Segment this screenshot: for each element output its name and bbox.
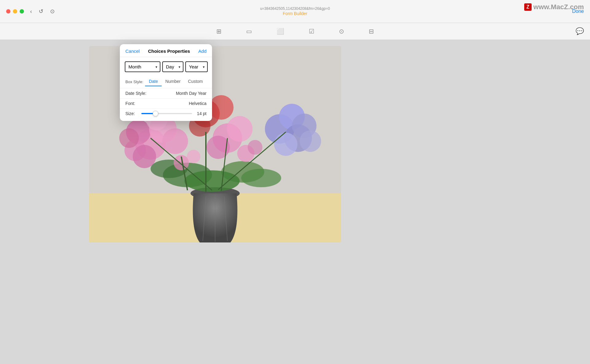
tab-date[interactable]: Date bbox=[145, 77, 162, 86]
macZ-logo: Z www.MacZ.com bbox=[524, 3, 584, 11]
font-label: Font: bbox=[125, 101, 135, 106]
add-button[interactable]: Add bbox=[198, 48, 206, 54]
macZ-z-letter: Z bbox=[524, 3, 532, 11]
svg-point-11 bbox=[162, 128, 188, 154]
title-bar: ‹ ↺ ⊙ u=3843642505,1142304208&fm=26&gp=0… bbox=[0, 0, 590, 23]
svg-point-35 bbox=[248, 140, 262, 155]
month-dropdown-wrapper: Month JanuaryFebruaryMarch AprilMayJune … bbox=[125, 61, 160, 72]
traffic-lights bbox=[6, 9, 24, 14]
svg-point-14 bbox=[119, 128, 139, 148]
slider-thumb[interactable] bbox=[153, 111, 158, 116]
date-style-row: Date Style: Month Day Year bbox=[120, 88, 212, 98]
font-value: Helvetica bbox=[189, 101, 206, 106]
title-bar-left: ‹ ↺ ⊙ bbox=[6, 7, 57, 16]
date-dropdowns: Month JanuaryFebruaryMarch AprilMayJune … bbox=[120, 57, 212, 75]
day-dropdown-wrapper: Day ▼ bbox=[162, 61, 183, 72]
date-style-value: Month Day Year bbox=[176, 91, 206, 96]
monitor-icon[interactable]: ⊟ bbox=[369, 28, 374, 35]
svg-point-30 bbox=[227, 116, 253, 142]
month-dropdown[interactable]: Month JanuaryFebruaryMarch AprilMayJune … bbox=[125, 61, 160, 72]
macZ-domain: www.MacZ.com bbox=[533, 3, 584, 11]
tab-custom[interactable]: Custom bbox=[184, 77, 206, 86]
url-text: u=3843642505,1142304208&fm=26&gp=0 bbox=[260, 6, 330, 11]
choices-properties-dialog: Cancel Choices Properties Add Month Janu… bbox=[120, 44, 212, 121]
font-row: Font: Helvetica bbox=[120, 98, 212, 108]
year-dropdown-wrapper: Year ▼ bbox=[185, 61, 208, 72]
size-value: 14 pt bbox=[196, 111, 206, 116]
size-row: Size: 14 pt bbox=[120, 108, 212, 121]
svg-point-24 bbox=[241, 169, 281, 187]
svg-point-33 bbox=[187, 150, 200, 163]
dialog-header: Cancel Choices Properties Add bbox=[120, 44, 212, 57]
tab-number[interactable]: Number bbox=[162, 77, 184, 86]
back-button[interactable]: ‹ bbox=[28, 7, 34, 16]
svg-point-27 bbox=[209, 95, 234, 120]
nav-buttons: ‹ ↺ ⊙ bbox=[28, 7, 57, 16]
checkbox-icon[interactable]: ☑ bbox=[309, 28, 314, 35]
date-style-label: Date Style: bbox=[125, 91, 146, 96]
slider-track bbox=[141, 113, 192, 114]
app-title: Form Builder bbox=[283, 11, 307, 16]
minimize-button[interactable] bbox=[13, 9, 17, 14]
svg-point-20 bbox=[300, 130, 321, 152]
grid-icon[interactable]: ⊞ bbox=[216, 28, 222, 35]
target-button[interactable]: ⊙ bbox=[48, 7, 57, 16]
close-button[interactable] bbox=[6, 9, 10, 14]
size-slider-container bbox=[141, 113, 192, 114]
box-style-label: Box Style: bbox=[125, 79, 144, 84]
svg-point-18 bbox=[274, 133, 297, 156]
toolbar: ⊞ ▭ ⬜ ☑ ⊙ ⊟ 💬 bbox=[0, 23, 590, 40]
chat-icon[interactable]: 💬 bbox=[576, 27, 584, 35]
size-label: Size: bbox=[125, 111, 138, 116]
dialog-title: Choices Properties bbox=[148, 48, 190, 54]
maximize-button[interactable] bbox=[20, 9, 24, 14]
box-style-row: Box Style: Date Number Custom bbox=[120, 75, 212, 88]
title-bar-center: u=3843642505,1142304208&fm=26&gp=0 Form … bbox=[260, 6, 330, 16]
tabs-row: Date Number Custom bbox=[145, 77, 206, 86]
background-area: Cancel Choices Properties Add Month Janu… bbox=[0, 40, 590, 364]
landscape-icon[interactable]: ⬜ bbox=[277, 28, 284, 35]
year-dropdown[interactable]: Year bbox=[185, 61, 208, 72]
rectangle-icon[interactable]: ▭ bbox=[246, 28, 252, 35]
cancel-button[interactable]: Cancel bbox=[125, 48, 140, 54]
day-dropdown[interactable]: Day bbox=[162, 61, 183, 72]
circle-play-icon[interactable]: ⊙ bbox=[339, 28, 344, 35]
refresh-button[interactable]: ↺ bbox=[37, 7, 45, 16]
